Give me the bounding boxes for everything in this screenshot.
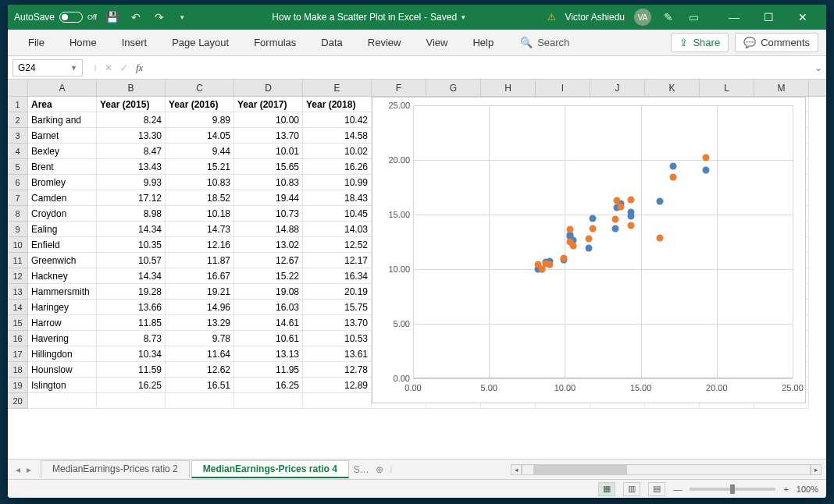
cell[interactable]: Area — [28, 97, 97, 112]
ribbon-tab-file[interactable]: File — [16, 30, 57, 55]
row-header[interactable]: 18 — [8, 362, 28, 378]
minimize-button[interactable]: — — [717, 5, 751, 30]
cell[interactable]: Hackney — [28, 268, 97, 284]
cell[interactable]: 14.73 — [166, 222, 234, 237]
cell[interactable] — [234, 393, 303, 409]
page-break-view-button[interactable]: ▤ — [648, 482, 665, 496]
row-header[interactable]: 3 — [8, 128, 28, 144]
cell[interactable]: 12.67 — [234, 253, 303, 268]
ribbon-tab-review[interactable]: Review — [355, 30, 414, 55]
maximize-button[interactable]: ☐ — [751, 5, 786, 30]
sheet-tab[interactable]: MedianEarnings-Prices ratio 2 — [41, 460, 190, 478]
cell[interactable]: 16.51 — [166, 378, 234, 393]
row-header[interactable]: 13 — [8, 284, 28, 300]
zoom-level[interactable]: 100% — [797, 484, 818, 494]
tab-nav-next-icon[interactable]: ▸ — [27, 464, 31, 475]
cell[interactable]: 16.34 — [303, 268, 372, 284]
column-header[interactable]: A — [28, 80, 97, 96]
cell[interactable]: 11.59 — [97, 362, 166, 378]
cell[interactable]: 10.45 — [303, 206, 372, 222]
ribbon-tab-view[interactable]: View — [413, 30, 460, 55]
cell[interactable] — [303, 393, 372, 409]
cell[interactable]: 10.61 — [234, 331, 303, 346]
cell[interactable]: 14.34 — [97, 268, 166, 284]
row-header[interactable]: 10 — [8, 237, 28, 253]
cell[interactable]: Haringey — [28, 300, 97, 315]
column-header[interactable]: E — [303, 80, 372, 96]
row-header[interactable]: 17 — [8, 346, 28, 362]
cell[interactable]: 14.34 — [97, 222, 166, 237]
data-point[interactable] — [627, 222, 634, 229]
qat-dropdown-icon[interactable]: ▾ — [175, 9, 191, 25]
row-header[interactable]: 16 — [8, 331, 28, 346]
scatter-chart[interactable]: 0.005.0010.0015.0020.0025.00 0.005.0010.… — [372, 97, 806, 403]
fx-label[interactable]: fx — [136, 62, 143, 74]
cell[interactable]: 14.05 — [166, 128, 234, 144]
cell[interactable]: Brent — [28, 159, 97, 175]
data-point[interactable] — [611, 215, 618, 222]
title-dropdown-icon[interactable]: ▾ — [462, 13, 465, 21]
cell[interactable]: 10.42 — [303, 112, 372, 128]
row-header[interactable]: 14 — [8, 300, 28, 315]
cell[interactable]: 10.18 — [166, 206, 234, 222]
cell[interactable]: 19.08 — [234, 284, 303, 300]
cell[interactable]: 9.93 — [97, 175, 166, 190]
page-layout-view-button[interactable]: ▥ — [623, 482, 640, 496]
close-button[interactable]: ✕ — [786, 5, 820, 30]
zoom-thumb[interactable] — [730, 484, 735, 494]
data-point[interactable] — [627, 197, 634, 204]
cell[interactable]: 10.02 — [303, 144, 372, 159]
cell[interactable]: 13.43 — [97, 159, 166, 175]
data-point[interactable] — [586, 244, 593, 251]
cell[interactable]: Greenwich — [28, 253, 97, 268]
tab-nav-prev-icon[interactable]: ◂ — [16, 464, 20, 475]
zoom-out-button[interactable]: — — [673, 484, 682, 494]
cell[interactable]: Camden — [28, 190, 97, 206]
data-point[interactable] — [542, 260, 549, 267]
cell[interactable]: 10.53 — [303, 331, 372, 346]
cell[interactable]: 10.57 — [97, 253, 166, 268]
cell[interactable]: Enfield — [28, 237, 97, 253]
cell[interactable]: 19.28 — [97, 284, 166, 300]
scroll-right-icon[interactable]: ▸ — [811, 464, 822, 475]
cell[interactable]: 12.89 — [303, 378, 372, 393]
row-header[interactable]: 9 — [8, 222, 28, 237]
data-point[interactable] — [669, 173, 676, 180]
column-header[interactable]: L — [700, 80, 754, 96]
cell[interactable]: Year (2018) — [303, 97, 372, 112]
cell[interactable]: Croydon — [28, 206, 97, 222]
spreadsheet-grid[interactable]: ABCDEFGHIJKLM 1AreaYear (2015)Year (2016… — [8, 80, 826, 459]
row-header[interactable]: 5 — [8, 159, 28, 175]
new-sheet-icon[interactable]: ⊕ — [376, 464, 383, 475]
cell[interactable]: Hounslow — [28, 362, 97, 378]
data-point[interactable] — [702, 166, 709, 173]
cell[interactable]: 16.67 — [166, 268, 234, 284]
cell[interactable]: 15.65 — [234, 159, 303, 175]
column-header[interactable]: G — [426, 80, 481, 96]
cell[interactable]: Ealing — [28, 222, 97, 237]
cell[interactable]: 12.62 — [166, 362, 234, 378]
cell[interactable]: Year (2017) — [234, 97, 303, 112]
cell[interactable]: Bexley — [28, 144, 97, 159]
row-header[interactable]: 2 — [8, 112, 28, 128]
undo-icon[interactable]: ↶ — [128, 9, 144, 25]
cell[interactable]: 9.78 — [166, 331, 234, 346]
accept-icon[interactable]: ✓ — [120, 62, 128, 73]
cell[interactable]: 17.12 — [97, 190, 166, 206]
select-all-corner[interactable] — [8, 80, 28, 96]
normal-view-button[interactable]: ▦ — [598, 482, 615, 496]
name-box[interactable]: G24 ▼ — [12, 59, 83, 76]
cell[interactable]: 8.24 — [97, 112, 166, 128]
cell[interactable]: Hammersmith — [28, 284, 97, 300]
cell[interactable]: 10.83 — [166, 175, 234, 190]
cell[interactable] — [97, 393, 166, 409]
cell[interactable]: Bromley — [28, 175, 97, 190]
data-point[interactable] — [669, 162, 676, 169]
data-point[interactable] — [590, 225, 597, 232]
row-header[interactable]: 8 — [8, 206, 28, 222]
data-point[interactable] — [570, 242, 577, 249]
cell[interactable]: 14.58 — [303, 128, 372, 144]
cell[interactable]: 15.75 — [303, 300, 372, 315]
formula-input[interactable] — [151, 59, 811, 76]
cancel-icon[interactable]: ✕ — [105, 62, 112, 73]
